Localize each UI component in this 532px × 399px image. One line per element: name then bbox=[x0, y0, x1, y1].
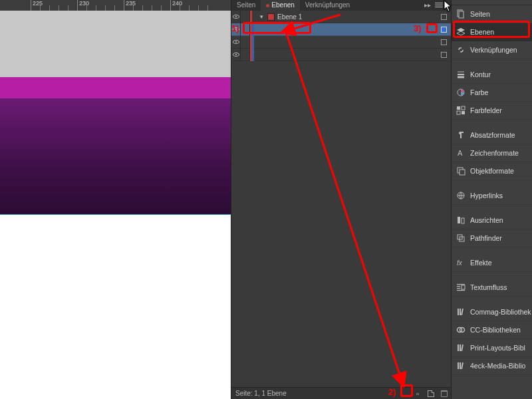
layer-sublayer-row[interactable] bbox=[231, 23, 451, 36]
tab-ebenen[interactable]: Ebenen bbox=[261, 0, 299, 11]
layer-sublayer-row[interactable] bbox=[231, 36, 451, 49]
panel-button-label: Absatzformate bbox=[470, 131, 515, 139]
panel-button-seiten[interactable]: Seiten bbox=[452, 5, 532, 23]
footer-status-text: Seite: 1, 1 Ebene bbox=[235, 390, 287, 397]
eye-icon bbox=[233, 53, 239, 57]
svg-rect-32 bbox=[458, 362, 459, 369]
delete-layer-button[interactable] bbox=[439, 388, 450, 399]
panel-button-ebenen[interactable]: Ebenen bbox=[452, 23, 532, 41]
svg-rect-25 bbox=[460, 309, 461, 315]
wrap-icon bbox=[456, 283, 466, 292]
panel-menu-icon[interactable] bbox=[435, 1, 443, 8]
panel-button-label: Kontur bbox=[470, 70, 491, 78]
panel-button-label: Effekte bbox=[470, 259, 492, 267]
page-area-bottom bbox=[0, 215, 231, 399]
visibility-toggle[interactable] bbox=[231, 11, 241, 23]
panel-button-farbe[interactable]: Farbe bbox=[452, 84, 532, 102]
visibility-toggle[interactable] bbox=[231, 23, 241, 36]
svg-rect-21 bbox=[457, 288, 460, 289]
layer-target-square[interactable] bbox=[441, 52, 447, 58]
svg-rect-23 bbox=[462, 285, 465, 289]
panel-button-cc[interactable]: CC-Bibliotheken bbox=[452, 321, 532, 339]
panel-button-textumfluss[interactable]: Textumfluss bbox=[452, 279, 532, 297]
panel-button-label: Ausrichten bbox=[470, 216, 503, 224]
tab-seiten[interactable]: Seiten bbox=[231, 0, 261, 11]
layer-sublayer-row[interactable] bbox=[231, 49, 451, 61]
cursor-icon bbox=[444, 0, 453, 12]
panel-button-label: Commag-Bibliothek bbox=[470, 308, 531, 316]
panel-button-label: Textumfluss bbox=[470, 283, 507, 291]
lib-icon bbox=[456, 307, 466, 317]
layer-target-square[interactable] bbox=[441, 27, 447, 33]
visibility-toggle[interactable] bbox=[231, 36, 241, 49]
panel-button-pathfinder[interactable]: Pathfinder bbox=[452, 229, 532, 247]
layer-indent bbox=[250, 11, 258, 23]
layers-panel: Seiten Ebenen Verknüpfungen ▸▸ ▾Ebene 1 … bbox=[231, 0, 451, 399]
panel-button-verknuepfungen[interactable]: Verknüpfungen bbox=[452, 41, 532, 59]
panel-button-commag[interactable]: Commag-Bibliothek bbox=[452, 303, 532, 321]
layers-panel-footer: Seite: 1, 1 Ebene ▫ bbox=[231, 387, 451, 399]
layers-icon bbox=[456, 27, 466, 37]
disclosure-triangle[interactable]: ▾ bbox=[258, 13, 265, 20]
eye-icon bbox=[233, 27, 239, 31]
svg-rect-15 bbox=[462, 218, 464, 223]
panel-button-label: Farbe bbox=[470, 88, 488, 96]
lib-icon bbox=[456, 343, 466, 352]
svg-rect-19 bbox=[457, 284, 465, 285]
layer-indent bbox=[250, 36, 258, 49]
obj-icon bbox=[456, 166, 466, 176]
lib-icon bbox=[456, 361, 466, 370]
panel-button-kontur[interactable]: Kontur bbox=[452, 66, 532, 84]
svg-rect-34 bbox=[461, 362, 464, 369]
svg-rect-22 bbox=[457, 290, 465, 291]
color-icon bbox=[456, 88, 466, 97]
visibility-toggle[interactable] bbox=[231, 49, 241, 61]
layer-row-top[interactable]: ▾Ebene 1 bbox=[231, 11, 451, 23]
lock-toggle[interactable] bbox=[241, 36, 250, 49]
svg-rect-20 bbox=[457, 286, 460, 287]
char-icon: A bbox=[456, 148, 466, 158]
dock-handle[interactable] bbox=[452, 0, 532, 5]
svg-rect-26 bbox=[461, 309, 464, 315]
pages-icon bbox=[456, 9, 466, 19]
layer-target-square[interactable] bbox=[441, 39, 447, 45]
lock-toggle[interactable] bbox=[241, 23, 250, 36]
svg-rect-30 bbox=[460, 344, 461, 351]
lock-toggle[interactable] bbox=[241, 11, 250, 23]
panel-button-absatzformate[interactable]: Absatzformate bbox=[452, 126, 532, 144]
panel-button-hyperlinks[interactable]: Hyperlinks bbox=[452, 187, 532, 205]
panel-button-print[interactable]: Print-Layouts-Bibl bbox=[452, 339, 532, 357]
panel-button-label: Ebenen bbox=[470, 28, 494, 36]
svg-rect-9 bbox=[462, 111, 465, 114]
panel-button-label: Hyperlinks bbox=[470, 192, 503, 200]
svg-text:fx: fx bbox=[457, 259, 463, 267]
footer-icon-1[interactable]: ▫ bbox=[412, 388, 423, 399]
tab-verknuepfungen[interactable]: Verknüpfungen bbox=[300, 0, 355, 11]
svg-rect-29 bbox=[458, 344, 459, 351]
panel-button-label: Pathfinder bbox=[470, 234, 502, 242]
eye-icon bbox=[233, 15, 239, 19]
panel-button-farbfelder[interactable]: Farbfelder bbox=[452, 102, 532, 120]
new-layer-button[interactable] bbox=[426, 388, 436, 399]
panel-collapse-button[interactable]: ▸▸ bbox=[424, 1, 431, 9]
svg-rect-31 bbox=[461, 344, 464, 351]
panel-button-label: CC-Bibliotheken bbox=[470, 326, 521, 334]
lock-toggle[interactable] bbox=[241, 49, 250, 61]
panel-button-label: Seiten bbox=[470, 10, 490, 18]
panel-button-zeichenformate[interactable]: AZeichenformate bbox=[452, 144, 532, 162]
panel-button-objektformate[interactable]: Objektformate bbox=[452, 162, 532, 180]
layer-name-label[interactable]: Ebene 1 bbox=[277, 13, 302, 21]
ruler-tick: 230 bbox=[77, 0, 89, 11]
svg-text:A: A bbox=[458, 149, 463, 157]
panel-button-4eck[interactable]: 4eck-Media-Biblio bbox=[452, 357, 532, 375]
layer-rows-container: ▾Ebene 1 bbox=[231, 11, 451, 61]
panel-button-ausrichten[interactable]: Ausrichten bbox=[452, 211, 532, 229]
layer-indent bbox=[250, 23, 258, 36]
fx-icon: fx bbox=[456, 258, 466, 267]
svg-rect-14 bbox=[458, 217, 460, 223]
panel-button-label: Verknüpfungen bbox=[470, 46, 517, 54]
panel-button-effekte[interactable]: fxEffekte bbox=[452, 254, 532, 272]
panel-button-label: Objektformate bbox=[470, 167, 514, 175]
document-canvas[interactable]: 225230235240 bbox=[0, 0, 231, 399]
layer-target-square[interactable] bbox=[441, 14, 447, 20]
